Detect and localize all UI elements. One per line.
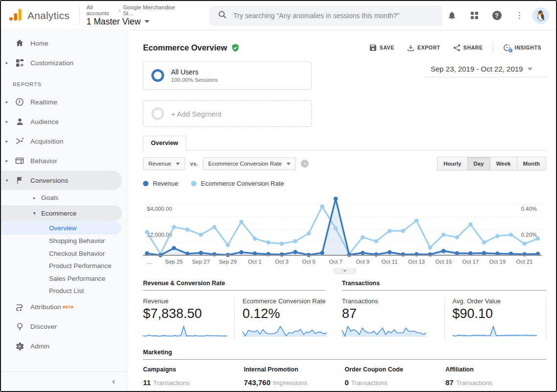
svg-text:Oct 9: Oct 9 (356, 259, 369, 265)
tab-overview[interactable]: Overview (143, 136, 186, 150)
sidebar-item-overview[interactable]: Overview (1, 221, 121, 235)
sidebar-item-audience[interactable]: ▸ Audience (1, 112, 127, 131)
breadcrumb-separator-icon: › (119, 7, 121, 13)
svg-text:0.20%: 0.20% (521, 232, 537, 238)
segment-ring-empty-icon (151, 107, 164, 120)
notifications-bell-icon[interactable] (442, 6, 461, 25)
sidebar-item-goals[interactable]: ▸ Goals (1, 190, 127, 205)
beta-badge: BETA (63, 305, 74, 309)
collapse-caret-icon[interactable]: ▾ (1, 178, 9, 183)
svg-text:...: ... (147, 259, 152, 265)
collapse-caret-icon[interactable]: ▾ (1, 211, 40, 216)
sparkline-conversion-rate (242, 324, 327, 339)
insights-icon: ? (503, 44, 512, 51)
expand-caret-icon[interactable]: ▸ (1, 158, 9, 163)
remove-metric-icon[interactable]: × (301, 160, 309, 168)
expand-caret-icon[interactable]: ▸ (1, 60, 9, 65)
behavior-icon (9, 156, 30, 165)
search-input[interactable] (234, 12, 434, 20)
marketing-col-campaigns[interactable]: Campaigns 11Transactions $431.75Revenue (143, 366, 244, 391)
metric-card-transactions[interactable]: Transactions 87 (342, 297, 444, 339)
report-toolbar: SAVE EXPORT SHARE ? INSIGHTS (364, 41, 546, 54)
sidebar-item-product-performance[interactable]: Product Performance (1, 260, 127, 272)
account-switcher[interactable]: All accounts › Google Merchandise St... … (87, 4, 186, 27)
expand-caret-icon[interactable]: ▸ (1, 119, 9, 124)
save-button[interactable]: SAVE (364, 41, 399, 54)
marketing-col-affiliation[interactable]: Affiliation 87Transactions $7,838.50Reve… (445, 366, 546, 391)
sidebar-item-attribution[interactable]: Attribution BETA (1, 297, 127, 317)
sidebar-item-ecommerce[interactable]: ▾ Ecommerce (1, 205, 122, 221)
apps-grid-icon[interactable] (465, 6, 484, 25)
search-icon (218, 10, 227, 21)
customization-icon (9, 59, 30, 67)
segment-ring-icon (151, 69, 164, 82)
flag-icon (9, 176, 30, 184)
granularity-month[interactable]: Month (517, 157, 546, 170)
marketing-col-internal-promotion[interactable]: Internal Promotion 743,760Impressions (244, 366, 345, 391)
page-title: Ecommerce Overview (143, 43, 227, 52)
chevron-down-icon (145, 20, 149, 23)
metric-card-revenue[interactable]: Revenue $7,838.50 (143, 297, 234, 339)
expand-caret-icon[interactable]: ▸ (1, 99, 9, 104)
share-button[interactable]: SHARE (448, 41, 488, 54)
add-segment-label: + Add Segment (171, 110, 221, 118)
expand-caret-icon[interactable]: ▸ (1, 139, 9, 144)
section-title: Revenue & Conversion Rate (143, 280, 325, 291)
svg-text:Oct 1: Oct 1 (248, 259, 261, 265)
timeseries-chart[interactable]: $4,000.00$2,000.000.40%0.20%...Sep 25Sep… (143, 189, 546, 269)
metric-sections: Revenue & Conversion Rate Revenue $7,838… (143, 280, 546, 339)
gear-icon (9, 342, 30, 351)
sidebar-item-admin[interactable]: Admin (1, 337, 127, 356)
add-segment-button[interactable]: + Add Segment (143, 100, 312, 127)
insights-button[interactable]: ? INSIGHTS (498, 41, 546, 54)
svg-text:Oct 7: Oct 7 (329, 259, 342, 265)
sidebar-item-shopping-behavior[interactable]: Shopping Behavior (1, 235, 127, 247)
user-avatar[interactable]: 🐧 (533, 7, 549, 24)
granularity-day[interactable]: Day (468, 157, 490, 170)
svg-text:Oct 21: Oct 21 (516, 259, 533, 265)
metric-card-avg-order-value[interactable]: Avg. Order Value $90.10 (444, 297, 547, 339)
metric-card-conversion-rate[interactable]: Ecommerce Conversion Rate 0.12% (234, 297, 330, 339)
svg-text:Oct 17: Oct 17 (462, 259, 479, 265)
sidebar-item-acquisition[interactable]: ▸ Acquisition (1, 131, 127, 151)
search-bar[interactable] (209, 5, 442, 26)
breadcrumb-all-accounts[interactable]: All accounts (87, 4, 117, 16)
sidebar-item-realtime[interactable]: ▸ Realtime (1, 92, 127, 112)
marketing-col-order-coupon-code[interactable]: Order Coupon Code 0Transactions $0.00Rev… (345, 366, 446, 391)
section-marketing: Marketing Campaigns 11Transactions $431.… (143, 349, 546, 391)
sidebar-item-product-list[interactable]: Product List (1, 285, 127, 297)
date-range-picker[interactable]: Sep 23, 2019 - Oct 22, 2019 (424, 62, 546, 77)
sidebar-footer: ‹ (1, 371, 127, 391)
secondary-metric-dropdown[interactable]: Ecommerce Conversion Rate (203, 157, 296, 170)
section-title: Marketing (143, 349, 546, 360)
sidebar-item-conversions[interactable]: ▾ Conversions (1, 171, 122, 190)
sidebar-item-home[interactable]: Home (1, 33, 127, 53)
segment-title: All Users (171, 68, 218, 76)
analytics-app: Analytics All accounts › Google Merchand… (1, 1, 556, 391)
chevron-down-icon (287, 163, 291, 165)
attribution-icon (9, 303, 30, 312)
svg-text:0.40%: 0.40% (521, 206, 537, 212)
collapse-sidebar-icon[interactable]: ‹ (112, 376, 115, 387)
sidebar-item-customization[interactable]: ▸ Customization (1, 53, 127, 73)
export-button[interactable]: EXPORT (402, 41, 445, 54)
sparkline-transactions (342, 324, 437, 339)
sidebar-item-checkout-behavior[interactable]: Checkout Behavior (1, 247, 127, 260)
sidebar-item-discover[interactable]: Discover (1, 317, 127, 337)
help-icon[interactable]: ? (487, 6, 506, 25)
breadcrumb-account[interactable]: Google Merchandise St... (123, 4, 185, 16)
expand-caret-icon[interactable]: ▸ (1, 196, 40, 200)
granularity-hourly[interactable]: Hourly (437, 157, 467, 170)
more-options-kebab-icon[interactable]: ⋮ (510, 6, 529, 25)
svg-text:Sep 29: Sep 29 (219, 259, 237, 265)
home-brand-link[interactable]: Analytics (6, 8, 78, 23)
sidebar-item-behavior[interactable]: ▸ Behavior (1, 151, 127, 171)
segment-all-users[interactable]: All Users 100.00% Sessions (143, 61, 312, 90)
sidebar-item-sales-performance[interactable]: Sales Performance (1, 272, 127, 285)
granularity-week[interactable]: Week (490, 157, 517, 170)
legend-dot-revenue (143, 181, 148, 186)
primary-metric-dropdown[interactable]: Revenue (143, 157, 185, 170)
product-name: Analytics (27, 10, 70, 22)
view-selector[interactable]: 1 Master View (87, 17, 186, 27)
svg-text:Oct 13: Oct 13 (408, 259, 425, 265)
